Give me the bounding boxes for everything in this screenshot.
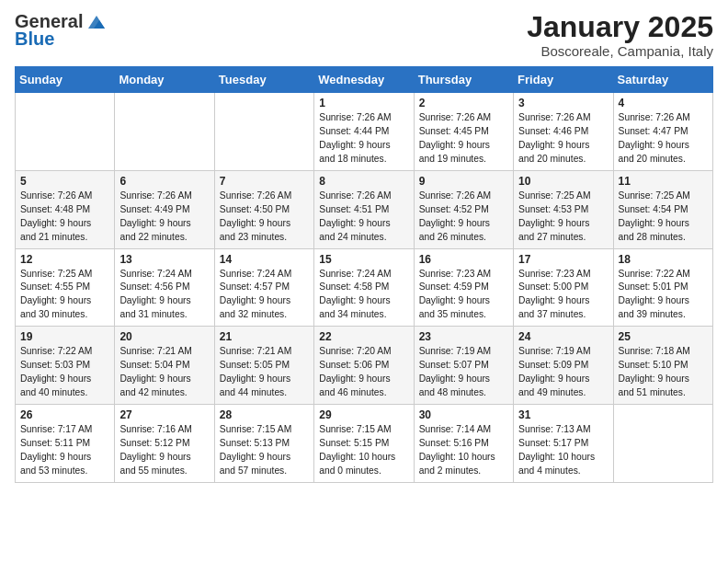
day-info: Sunrise: 7:15 AM Sunset: 5:15 PM Dayligh… xyxy=(319,423,408,478)
day-info: Sunrise: 7:26 AM Sunset: 4:46 PM Dayligh… xyxy=(518,111,608,167)
day-number: 15 xyxy=(319,253,408,266)
column-header-thursday: Thursday xyxy=(414,67,513,93)
day-number: 2 xyxy=(419,97,508,109)
calendar-cell xyxy=(214,93,313,171)
day-info: Sunrise: 7:17 AM Sunset: 5:11 PM Dayligh… xyxy=(20,423,109,478)
location: Boscoreale, Campania, Italy xyxy=(527,43,713,59)
day-number: 11 xyxy=(619,175,708,188)
day-number: 20 xyxy=(119,330,209,343)
calendar-cell: 27Sunrise: 7:16 AM Sunset: 5:12 PM Dayli… xyxy=(115,404,214,482)
day-number: 25 xyxy=(619,330,708,343)
calendar-cell: 21Sunrise: 7:21 AM Sunset: 5:05 PM Dayli… xyxy=(214,327,313,405)
calendar-cell: 10Sunrise: 7:25 AM Sunset: 4:53 PM Dayli… xyxy=(514,170,613,248)
day-number: 5 xyxy=(20,175,109,188)
logo: General Blue xyxy=(15,11,107,50)
day-info: Sunrise: 7:21 AM Sunset: 5:05 PM Dayligh… xyxy=(220,345,309,400)
calendar-week-row: 26Sunrise: 7:17 AM Sunset: 5:11 PM Dayli… xyxy=(16,404,713,482)
day-number: 1 xyxy=(319,97,408,109)
day-number: 9 xyxy=(419,175,508,188)
day-info: Sunrise: 7:26 AM Sunset: 4:49 PM Dayligh… xyxy=(119,190,209,245)
day-info: Sunrise: 7:18 AM Sunset: 5:10 PM Dayligh… xyxy=(619,345,708,400)
day-number: 17 xyxy=(518,253,608,266)
day-number: 12 xyxy=(20,253,109,266)
month-title: January 2025 xyxy=(527,11,713,43)
day-number: 22 xyxy=(319,330,408,343)
day-info: Sunrise: 7:26 AM Sunset: 4:50 PM Dayligh… xyxy=(220,190,309,245)
calendar-cell: 19Sunrise: 7:22 AM Sunset: 5:03 PM Dayli… xyxy=(16,327,115,405)
day-info: Sunrise: 7:22 AM Sunset: 5:03 PM Dayligh… xyxy=(20,345,109,400)
column-header-tuesday: Tuesday xyxy=(214,67,313,93)
day-info: Sunrise: 7:24 AM Sunset: 4:57 PM Dayligh… xyxy=(220,268,309,323)
day-number: 13 xyxy=(119,253,209,266)
calendar-cell: 13Sunrise: 7:24 AM Sunset: 4:56 PM Dayli… xyxy=(115,248,214,327)
day-info: Sunrise: 7:26 AM Sunset: 4:48 PM Dayligh… xyxy=(20,190,109,245)
day-info: Sunrise: 7:19 AM Sunset: 5:07 PM Dayligh… xyxy=(419,345,508,400)
calendar-week-row: 5Sunrise: 7:26 AM Sunset: 4:48 PM Daylig… xyxy=(16,170,713,248)
day-info: Sunrise: 7:26 AM Sunset: 4:52 PM Dayligh… xyxy=(419,190,508,245)
day-info: Sunrise: 7:24 AM Sunset: 4:56 PM Dayligh… xyxy=(119,268,209,323)
calendar-cell: 12Sunrise: 7:25 AM Sunset: 4:55 PM Dayli… xyxy=(16,248,115,327)
day-number: 31 xyxy=(518,408,608,421)
calendar-cell: 18Sunrise: 7:22 AM Sunset: 5:01 PM Dayli… xyxy=(613,248,712,327)
calendar-cell xyxy=(115,93,214,171)
title-block: January 2025 Boscoreale, Campania, Italy xyxy=(527,11,713,59)
page: General Blue January 2025 Boscoreale, Ca… xyxy=(0,0,728,563)
day-info: Sunrise: 7:23 AM Sunset: 4:59 PM Dayligh… xyxy=(419,268,508,323)
column-header-sunday: Sunday xyxy=(16,67,115,93)
calendar-cell: 1Sunrise: 7:26 AM Sunset: 4:44 PM Daylig… xyxy=(314,93,414,171)
day-info: Sunrise: 7:21 AM Sunset: 5:04 PM Dayligh… xyxy=(119,345,209,400)
day-info: Sunrise: 7:24 AM Sunset: 4:58 PM Dayligh… xyxy=(319,268,408,323)
day-info: Sunrise: 7:22 AM Sunset: 5:01 PM Dayligh… xyxy=(619,268,708,323)
day-number: 28 xyxy=(220,408,309,421)
calendar-week-row: 19Sunrise: 7:22 AM Sunset: 5:03 PM Dayli… xyxy=(16,327,713,405)
day-number: 19 xyxy=(20,330,109,343)
calendar-cell: 6Sunrise: 7:26 AM Sunset: 4:49 PM Daylig… xyxy=(115,170,214,248)
calendar-cell: 28Sunrise: 7:15 AM Sunset: 5:13 PM Dayli… xyxy=(214,404,313,482)
day-info: Sunrise: 7:25 AM Sunset: 4:54 PM Dayligh… xyxy=(619,190,708,245)
calendar-cell: 30Sunrise: 7:14 AM Sunset: 5:16 PM Dayli… xyxy=(414,404,513,482)
day-info: Sunrise: 7:16 AM Sunset: 5:12 PM Dayligh… xyxy=(119,423,209,478)
calendar-cell: 14Sunrise: 7:24 AM Sunset: 4:57 PM Dayli… xyxy=(214,248,313,327)
day-number: 27 xyxy=(119,408,209,421)
calendar-cell: 7Sunrise: 7:26 AM Sunset: 4:50 PM Daylig… xyxy=(214,170,313,248)
day-number: 6 xyxy=(119,175,209,188)
day-number: 24 xyxy=(518,330,608,343)
calendar-week-row: 12Sunrise: 7:25 AM Sunset: 4:55 PM Dayli… xyxy=(16,248,713,327)
day-number: 16 xyxy=(419,253,508,266)
calendar-cell xyxy=(16,93,115,171)
calendar-cell: 4Sunrise: 7:26 AM Sunset: 4:47 PM Daylig… xyxy=(613,93,712,171)
day-info: Sunrise: 7:20 AM Sunset: 5:06 PM Dayligh… xyxy=(319,345,408,400)
day-info: Sunrise: 7:14 AM Sunset: 5:16 PM Dayligh… xyxy=(419,423,508,478)
calendar-cell: 26Sunrise: 7:17 AM Sunset: 5:11 PM Dayli… xyxy=(16,404,115,482)
column-header-wednesday: Wednesday xyxy=(314,67,414,93)
day-info: Sunrise: 7:13 AM Sunset: 5:17 PM Dayligh… xyxy=(518,423,608,478)
day-number: 8 xyxy=(319,175,408,188)
calendar-cell xyxy=(613,404,712,482)
calendar-cell: 9Sunrise: 7:26 AM Sunset: 4:52 PM Daylig… xyxy=(414,170,513,248)
calendar-cell: 5Sunrise: 7:26 AM Sunset: 4:48 PM Daylig… xyxy=(16,170,115,248)
calendar-cell: 25Sunrise: 7:18 AM Sunset: 5:10 PM Dayli… xyxy=(613,327,712,405)
day-number: 18 xyxy=(619,253,708,266)
header: General Blue January 2025 Boscoreale, Ca… xyxy=(0,0,728,66)
calendar-cell: 3Sunrise: 7:26 AM Sunset: 4:46 PM Daylig… xyxy=(514,93,613,171)
day-number: 30 xyxy=(419,408,508,421)
day-number: 14 xyxy=(220,253,309,266)
calendar-wrapper: SundayMondayTuesdayWednesdayThursdayFrid… xyxy=(0,66,728,497)
day-info: Sunrise: 7:26 AM Sunset: 4:51 PM Dayligh… xyxy=(319,190,408,245)
calendar-table: SundayMondayTuesdayWednesdayThursdayFrid… xyxy=(15,66,713,482)
calendar-cell: 17Sunrise: 7:23 AM Sunset: 5:00 PM Dayli… xyxy=(514,248,613,327)
calendar-cell: 29Sunrise: 7:15 AM Sunset: 5:15 PM Dayli… xyxy=(314,404,414,482)
day-info: Sunrise: 7:23 AM Sunset: 5:00 PM Dayligh… xyxy=(518,268,608,323)
calendar-cell: 8Sunrise: 7:26 AM Sunset: 4:51 PM Daylig… xyxy=(314,170,414,248)
calendar-cell: 20Sunrise: 7:21 AM Sunset: 5:04 PM Dayli… xyxy=(115,327,214,405)
day-info: Sunrise: 7:26 AM Sunset: 4:47 PM Dayligh… xyxy=(619,111,708,167)
calendar-cell: 31Sunrise: 7:13 AM Sunset: 5:17 PM Dayli… xyxy=(514,404,613,482)
day-number: 10 xyxy=(518,175,608,188)
calendar-cell: 11Sunrise: 7:25 AM Sunset: 4:54 PM Dayli… xyxy=(613,170,712,248)
calendar-cell: 2Sunrise: 7:26 AM Sunset: 4:45 PM Daylig… xyxy=(414,93,513,171)
day-number: 7 xyxy=(220,175,309,188)
column-header-monday: Monday xyxy=(115,67,214,93)
day-info: Sunrise: 7:19 AM Sunset: 5:09 PM Dayligh… xyxy=(518,345,608,400)
day-number: 4 xyxy=(619,97,708,109)
day-info: Sunrise: 7:25 AM Sunset: 4:53 PM Dayligh… xyxy=(518,190,608,245)
